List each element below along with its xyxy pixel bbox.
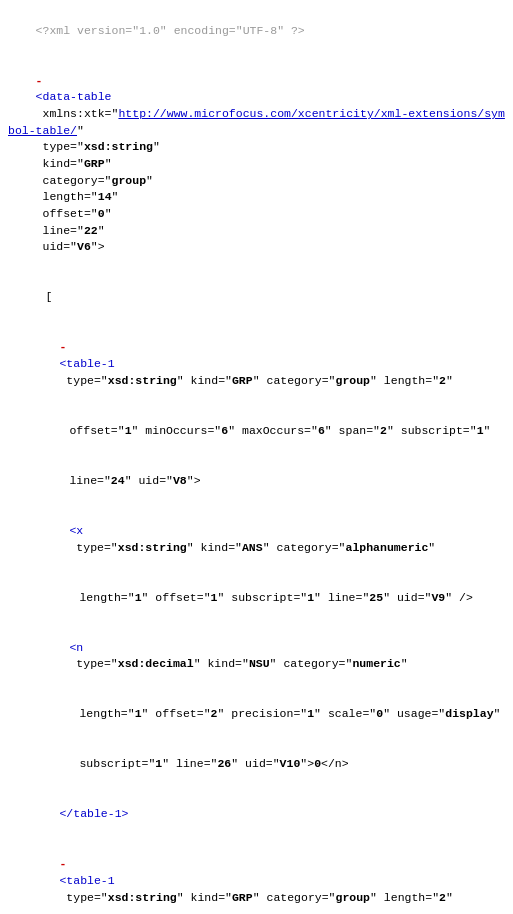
tag-table1-close-t1: </table-1> — [59, 807, 128, 820]
tag-n-t1: <n — [69, 641, 83, 654]
attr-xmlns-close: " — [77, 124, 84, 137]
xml-viewer: <?xml version="1.0" encoding="UTF-8" ?> … — [8, 6, 505, 914]
attr-offset: offset="0" — [36, 207, 112, 220]
n-attrs3-t1: subscript="1" line="26" uid="V10">0</n> — [79, 757, 348, 770]
table-1-x-attrs-2: length="1" offset="1" subscript="1" line… — [8, 573, 505, 623]
xml-declaration: <?xml version="1.0" encoding="UTF-8" ?> — [8, 6, 505, 56]
attr-category: category="group" — [36, 174, 153, 187]
declaration-text: <?xml version="1.0" encoding="UTF-8" ?> — [36, 24, 305, 37]
data-table-open: - <data-table xmlns:xtk="http://www.micr… — [8, 56, 505, 273]
x-attrs2-t1: length="1" offset="1" subscript="1" line… — [79, 591, 472, 604]
attr-xmlns: xmlns:xtk=" — [36, 107, 119, 120]
minus-icon: - — [36, 74, 43, 87]
table-1-n-attrs-2: length="1" offset="2" precision="1" scal… — [8, 690, 505, 740]
attr-uid: uid="V6"> — [36, 240, 105, 253]
attr-kind: kind="GRP" — [36, 157, 112, 170]
tag-table1-t2: <table-1 — [59, 874, 114, 887]
n-attrs2-t1: length="1" offset="2" precision="1" scal… — [79, 707, 500, 720]
minus-icon-t1: - — [59, 340, 66, 353]
table-1-close: </table-1> — [8, 790, 505, 840]
bracket-open-line: [ — [8, 273, 505, 323]
table-2-open: - <table-1 type="xsd:string" kind="GRP" … — [8, 840, 505, 914]
attr-type: type="xsd:string" — [36, 140, 160, 153]
table-2-block: - <table-1 type="xsd:string" kind="GRP" … — [8, 840, 505, 914]
bracket-open: [ — [46, 290, 53, 303]
table-1-n-attrs-3: subscript="1" line="26" uid="V10">0</n> — [8, 740, 505, 790]
table-1-n-open: <n type="xsd:decimal" kind="NSU" categor… — [8, 623, 505, 690]
t1-attrs-2: offset="1" minOccurs="6" maxOccurs="6" s… — [69, 424, 490, 437]
tag-data-table: <data-table — [36, 90, 112, 103]
attr-line: line="22" — [36, 224, 105, 237]
attr-length-label: length="14" — [36, 190, 119, 203]
table-1-block: - <table-1 type="xsd:string" kind="GRP" … — [8, 323, 505, 840]
table-1-attrs-2: offset="1" minOccurs="6" maxOccurs="6" s… — [8, 406, 505, 456]
table-1-open: - <table-1 type="xsd:string" kind="GRP" … — [8, 323, 505, 406]
x-attrs-t1: type="xsd:string" kind="ANS" category="a… — [69, 541, 435, 554]
table-1-x-elem: <x type="xsd:string" kind="ANS" category… — [8, 506, 505, 573]
tag-x-t1: <x — [69, 524, 83, 537]
table-1-attrs-3: line="24" uid="V8"> — [8, 456, 505, 506]
tag-table1-t1: <table-1 — [59, 357, 114, 370]
n-attrs-t1: type="xsd:decimal" kind="NSU" category="… — [69, 657, 407, 670]
t1-attrs-3: line="24" uid="V8"> — [69, 474, 200, 487]
t1-attrs-1: type="xsd:string" kind="GRP" category="g… — [59, 374, 452, 387]
t2-attrs-1: type="xsd:string" kind="GRP" category="g… — [59, 891, 452, 904]
minus-icon-t2: - — [59, 857, 66, 870]
